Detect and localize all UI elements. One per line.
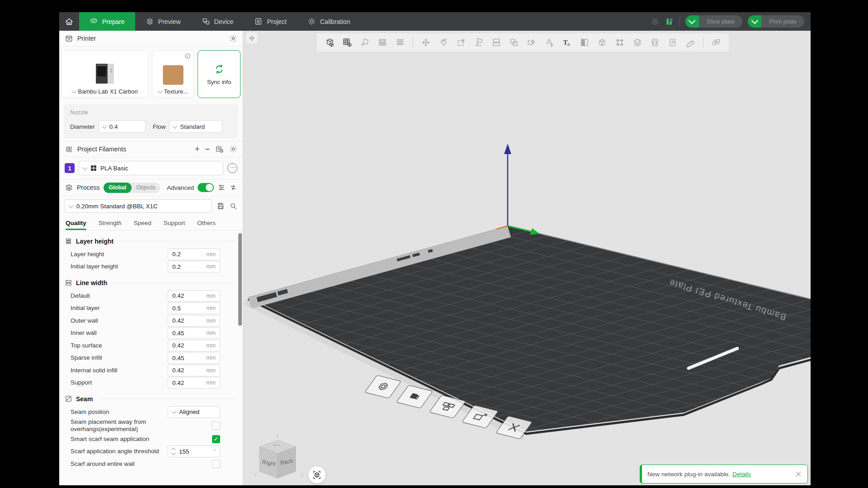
part-modifier-icon[interactable]: P — [665, 35, 681, 50]
segment-objects[interactable]: Objects — [132, 184, 160, 191]
tab-speed[interactable]: Speed — [134, 216, 151, 230]
setting-row-top-surface: Top surface0.42mm — [65, 339, 243, 352]
outer-wall-input[interactable]: 0.42mm — [168, 315, 220, 327]
advanced-toggle[interactable] — [198, 183, 214, 192]
inner-wall-input[interactable]: 0.45mm — [168, 327, 220, 339]
toast-details-link[interactable]: Details — [732, 471, 751, 478]
chevron-down-icon — [751, 17, 758, 24]
split-to-objects-icon[interactable] — [488, 35, 505, 50]
search-settings-icon[interactable] — [229, 202, 237, 210]
view-all-settings-icon[interactable] — [217, 183, 226, 192]
slice-plate-button[interactable]: Slice plate — [685, 15, 742, 28]
toast-close-icon[interactable]: ✕ — [795, 470, 802, 479]
layer-height-icon — [65, 237, 72, 245]
support-painting-icon[interactable] — [541, 35, 557, 50]
tab-quality[interactable]: Quality — [66, 216, 86, 230]
nav-tab-preview[interactable]: Preview — [135, 12, 191, 31]
filament-more-icon[interactable]: ⋯ — [227, 163, 237, 173]
ams-sync-icon[interactable] — [215, 145, 224, 154]
measure-icon[interactable] — [682, 35, 698, 50]
add-model-icon[interactable] — [321, 35, 338, 50]
nozzle-diameter-select[interactable]: 0.4 — [99, 120, 146, 133]
process-scope-segment[interactable]: Global Objects — [104, 183, 160, 193]
sidebar-collapse-handle[interactable]: ‹|› — [246, 33, 257, 43]
sync-info-button[interactable]: Sync info — [198, 50, 241, 98]
seam-position-select[interactable]: Aligned — [168, 406, 220, 418]
segment-global[interactable]: Global — [104, 183, 132, 193]
filament-settings-gear-icon[interactable] — [229, 145, 237, 153]
flow-select[interactable]: Standard — [169, 120, 222, 133]
tab-others[interactable]: Others — [197, 216, 216, 230]
home-button[interactable] — [59, 12, 79, 31]
scrollbar-thumb[interactable] — [238, 233, 242, 326]
sparse-infill-input[interactable]: 0.45mm — [168, 352, 220, 364]
filament-type-icon — [90, 165, 97, 171]
scarf-application-angle-threshold-spinner[interactable]: 155° — [168, 446, 220, 457]
negative-part-icon[interactable] — [647, 35, 663, 50]
internal-solid-infill-input[interactable]: 0.42mm — [168, 365, 220, 376]
filament-slot-badge[interactable]: 1 — [65, 163, 75, 173]
initial-layer-height-input[interactable]: 0.2mm — [168, 261, 220, 272]
nav-tab-device[interactable]: Device — [191, 12, 244, 31]
fuzzy-skin-icon[interactable] — [612, 35, 628, 50]
setting-row-scarf-around-entire-wall: Scarf around entire wall — [65, 458, 243, 470]
remove-filament-icon[interactable]: − — [205, 145, 210, 153]
filament-select[interactable]: PLA Basic — [79, 161, 223, 175]
fit-view-button[interactable] — [308, 466, 326, 483]
setting-row-layer-height: Layer height0.2mm — [65, 248, 243, 261]
top-surface-input[interactable]: 0.42mm — [168, 340, 220, 352]
info-icon[interactable] — [184, 53, 191, 59]
printer-select-card[interactable]: Bambu Lab X1 Carbon — [61, 50, 148, 98]
flow-value: Standard — [180, 123, 205, 130]
add-filament-icon[interactable]: + — [195, 145, 200, 153]
settings-scroll-area: Layer heightLayer height0.2mmInitial lay… — [59, 230, 243, 485]
prepare-icon — [90, 17, 98, 26]
axis-y-label: y — [301, 471, 304, 478]
lay-on-face-icon[interactable] — [471, 35, 487, 50]
view-cube[interactable]: z Right Back x y — [250, 433, 307, 484]
bambu-studio-window: PreparePreviewDeviceProjectCalibration S… — [59, 12, 811, 485]
initial-layer-input[interactable]: 0.5mm — [168, 302, 220, 314]
plugin-status-icon[interactable] — [665, 17, 674, 26]
cut-tool-icon[interactable] — [594, 35, 610, 50]
print-plate-button[interactable]: Print plate — [748, 15, 804, 28]
viewport-3d[interactable]: ‹|› TaP Bambu Textured PEI Plate — [243, 31, 811, 485]
default-input[interactable]: 0.42mm — [168, 290, 220, 302]
split-to-parts-icon[interactable] — [506, 35, 522, 50]
color-painting-icon[interactable] — [576, 35, 593, 50]
variable-layer-height-icon[interactable] — [392, 35, 408, 50]
nav-tab-project[interactable]: Project — [244, 12, 297, 31]
tab-strength[interactable]: Strength — [99, 216, 122, 230]
arrange-icon[interactable] — [374, 35, 391, 50]
internal-solid-infill-label: Internal solid infill — [71, 367, 168, 374]
add-plate-icon[interactable] — [339, 35, 355, 50]
seam-painting-icon[interactable] — [524, 35, 540, 50]
plate-type-card[interactable]: Texture... — [152, 50, 194, 98]
text-tool-icon[interactable]: Ta — [559, 35, 575, 50]
scarf-around-entire-wall-checkbox[interactable] — [212, 460, 220, 468]
smart-scarf-seam-application-checkbox[interactable] — [212, 435, 220, 443]
move-icon[interactable] — [418, 35, 434, 50]
scale-icon[interactable] — [453, 35, 469, 50]
seam-placement-away-from-overhangs-experimental-checkbox[interactable] — [212, 422, 220, 430]
auto-orient-icon[interactable] — [357, 35, 373, 50]
compare-presets-icon[interactable] — [229, 183, 237, 192]
assembly-icon[interactable] — [708, 35, 724, 50]
process-preset-select[interactable]: 0.20mm Standard @BBL X1C — [65, 199, 212, 213]
printer-settings-gear-icon[interactable] — [229, 34, 237, 42]
section-header-line-width: Line width — [65, 279, 243, 286]
tab-support[interactable]: Support — [164, 216, 185, 230]
layer-height-input[interactable]: 0.2mm — [168, 249, 220, 260]
build-plate[interactable]: Bambu Textured PEI Plate — [243, 31, 811, 485]
rotate-icon[interactable] — [435, 35, 452, 50]
save-preset-icon[interactable] — [217, 202, 225, 210]
slice-options-dropdown[interactable] — [685, 15, 699, 28]
support-input[interactable]: 0.42mm — [168, 377, 220, 389]
setting-row-initial-layer: Initial layer0.5mm — [65, 302, 243, 315]
height-range-modifier-icon[interactable] — [629, 35, 646, 50]
device-icon — [202, 17, 210, 26]
print-options-dropdown[interactable] — [748, 15, 761, 28]
printer-section-title: Printer — [77, 35, 96, 42]
nav-tab-prepare[interactable]: Prepare — [79, 12, 135, 31]
nav-tab-calibration[interactable]: Calibration — [297, 12, 361, 31]
